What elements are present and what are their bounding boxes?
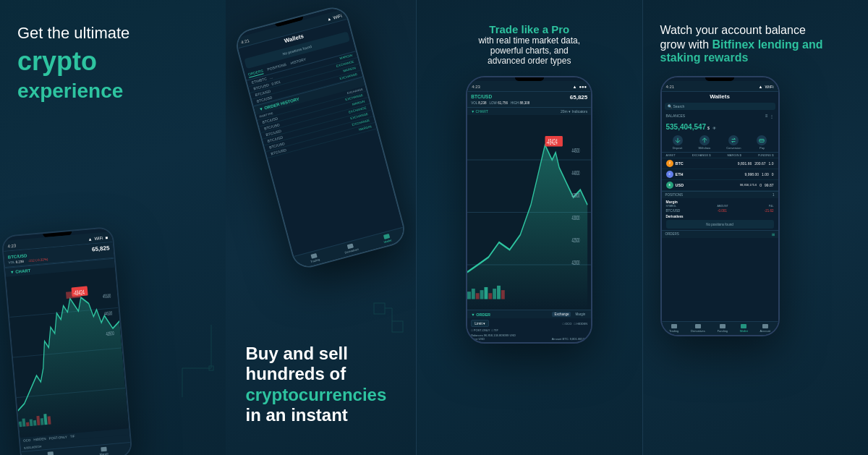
nav4-wallet: Wallet (740, 324, 748, 333)
phone4-bottom-nav: Trading Derivatives Funding Wallet Accou… (662, 321, 778, 335)
phone3-order-form: Limit ▾ □ OCO □ HIDDEN □ POST-ONLY □ TIF… (467, 318, 591, 342)
phone1-vol: VOL 8,238 (8, 260, 24, 265)
panel2-line1: Buy and sell (246, 344, 396, 365)
panel4-line2: grow with Bitfinex lending and (660, 38, 823, 51)
panel2-line2: hundreds of (246, 364, 396, 385)
phone4-balance-icons: ≡ ⋮ (765, 114, 774, 119)
panel2-line3: cryptocurrencies (246, 385, 396, 405)
circuit-decoration-1 (168, 325, 226, 397)
positions-label: POSITIONS (665, 193, 684, 197)
phone4-derivatives-label: Derivatives (666, 215, 774, 218)
eth-funding: 0 (772, 172, 774, 177)
btc-margin: 200.67 (754, 161, 765, 166)
phone4-search[interactable]: 🔍 Search (665, 103, 775, 110)
usd-name: USD (676, 183, 740, 187)
phone4-eye-icon: 👁 (712, 126, 716, 130)
phone4-eth-row: Ξ ETH 9,998.00 1.00 0 (662, 169, 778, 180)
svg-rect-33 (467, 292, 471, 299)
svg-rect-11 (19, 422, 22, 428)
phone4-withdraw-btn[interactable]: Withdraw (699, 135, 711, 150)
panel1-headline3: experience (17, 78, 123, 104)
panel3-line3: powerful charts, and (478, 46, 580, 56)
svg-rect-17 (41, 418, 44, 425)
panel3-line4: advanced order types (478, 56, 580, 66)
svg-rect-41 (501, 290, 505, 299)
phone4-balance-currency: $ (707, 126, 710, 130)
usd-icon: $ (666, 182, 673, 189)
no-positions-text: No positions found (706, 223, 733, 226)
svg-text:42500: 42500 (572, 237, 580, 243)
svg-rect-39 (493, 289, 496, 299)
phone4-deposit-btn[interactable]: Deposit (673, 135, 683, 150)
phone1-chart-svg: -49424 45500 44500 43500 (6, 268, 129, 438)
nav-margin: Margin (99, 447, 109, 455)
phone4-filter-icon: ⊞ (772, 232, 775, 237)
nav2-derivatives: Derivatives (343, 242, 359, 255)
phone1-change: -212 (-0.32%) (28, 258, 48, 263)
phone3-time: 4:23 (472, 85, 480, 89)
panel-1: Get the ultimate crypto experience 4:23 … (0, 0, 226, 455)
panel-3: Trade like a Pro with real time market d… (416, 0, 643, 455)
svg-rect-24 (392, 321, 403, 332)
phone3-screen: 4:23 ▲●●● BTC/USD 65,825 VOL 8,238 LOW 6… (467, 77, 591, 342)
phone1-screen: 4:23 ▲WiFi■ BTC/USD 65,825 VOL 8,238 -21… (3, 228, 132, 455)
nav-exchange: Exchange (44, 451, 58, 455)
phone4-conversion-btn[interactable]: Conversion (726, 135, 741, 150)
panel4-text: Watch your account balance grow with Bit… (660, 23, 823, 64)
phone4-title: Wallets (662, 92, 778, 101)
phone3-pair-header: BTC/USD 65,825 VOL 8,238 LOW 61,756 HIGH… (467, 92, 591, 107)
svg-rect-23 (374, 303, 385, 314)
panel4-line1: Watch your account balance (660, 23, 823, 38)
phone4-balance-amount-section: 535,404,547 $ 👁 (662, 121, 778, 133)
panel2-text-block: Buy and sell hundreds of cryptocurrencie… (246, 344, 396, 426)
usd-margin: 0 (760, 183, 762, 187)
orders-label: ORDERS (665, 232, 679, 237)
position-amount: -0.001 (718, 209, 727, 213)
phone4-screen: 4:21 ▲WiFi Wallets 🔍 Search BALANCES ≡ ⋮ (662, 77, 778, 335)
svg-rect-15 (33, 420, 37, 426)
phone-mockup-2: 4:21 ▲WiFi Wallets No positions found OR… (233, 4, 409, 271)
panel1-headline2: crypto (17, 47, 97, 76)
phone4-withdraw-label: Withdraw (699, 146, 711, 150)
svg-text:43500: 43500 (572, 192, 580, 198)
circuit-decoration-2 (367, 296, 410, 339)
svg-rect-36 (480, 290, 484, 299)
phone3-order-header: ▼ ORDER Exchange Margin (467, 310, 591, 318)
svg-text:45500: 45500 (103, 293, 111, 299)
phone4-deposit-label: Deposit (673, 146, 683, 150)
phone-mockup-4: 4:21 ▲WiFi Wallets 🔍 Search BALANCES ≡ ⋮ (660, 76, 780, 336)
svg-text:44500: 44500 (572, 147, 580, 153)
panel-4: Watch your account balance grow with Bit… (643, 0, 869, 455)
phone1-pair: BTC/USD (8, 253, 27, 259)
search-icon: 🔍 (668, 104, 672, 109)
panel4-line4: staking rewards (660, 51, 823, 64)
panel3-line1: Trade like a Pro (478, 23, 580, 35)
phone4-btc-row: ₿ BTC 9,801.66 200.67 1.0 (662, 158, 778, 169)
phone4-margin-label: Margin (666, 200, 774, 204)
phone4-balance-value: 535,404,547 (666, 123, 707, 131)
btc-icon: ₿ (666, 160, 673, 167)
phone4-pay-btn[interactable]: Pay (757, 135, 767, 150)
phone1-chart-block: -49424 45500 44500 43500 (6, 268, 129, 438)
phone4-status-bar: 4:21 ▲WiFi (662, 81, 778, 92)
phone4-conversion-label: Conversion (726, 146, 741, 150)
nav2-trading: Trading (309, 252, 320, 263)
panel4-bitfinex: Bitfinex lending and (712, 38, 823, 51)
positions-col-header: SYMBOLAMOUNTP&L (666, 205, 774, 208)
svg-rect-37 (485, 287, 488, 299)
phone2-screen: 4:21 ▲WiFi Wallets No positions found OR… (234, 6, 407, 270)
svg-marker-30 (467, 145, 587, 310)
phone4-usd-row: $ USD 98,858,175.6 0 99.87 (662, 180, 778, 191)
svg-text:42000: 42000 (572, 259, 580, 265)
phone3-chart-svg: -49424 44500 44000 43500 43000 (467, 115, 591, 310)
svg-text:43500: 43500 (106, 331, 114, 336)
phone4-pay-label: Pay (760, 146, 765, 150)
nav4-trading: Trading (669, 324, 678, 333)
phone4-positions-section: Margin SYMBOLAMOUNTP&L BTC/USD -0.001 -2… (662, 198, 778, 230)
panel3-line2: with real time market data, (478, 35, 580, 46)
svg-rect-40 (497, 286, 501, 299)
svg-rect-13 (26, 422, 29, 427)
panel-2: 4:21 ▲WiFi Wallets No positions found OR… (226, 0, 417, 455)
phone4-no-positions: No positions found (666, 220, 774, 229)
phone-mockup-3: 4:23 ▲●●● BTC/USD 65,825 VOL 8,238 LOW 6… (466, 76, 592, 344)
